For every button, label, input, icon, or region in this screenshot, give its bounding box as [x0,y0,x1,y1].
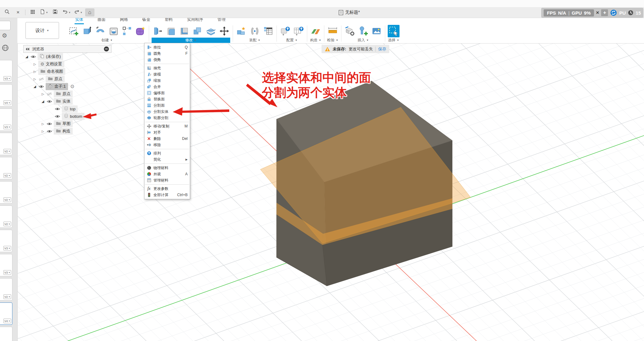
menu-item-移动/复制[interactable]: 移动/复制M [144,123,190,129]
menu-item-分割面[interactable]: 分割面 [144,102,190,108]
tool-extrude-button[interactable] [81,25,93,37]
tool-form-button[interactable]: ★ [135,25,146,37]
menu-item-更改参数[interactable]: fx更改参数 [144,186,190,192]
close-tab-icon[interactable]: × [596,10,599,16]
visibility-eye-icon[interactable] [46,122,53,126]
activate-radio-icon[interactable]: ⊙ [71,84,75,89]
version-dropdown[interactable]: V4▼ [3,319,11,323]
version-card[interactable]: V4▼ [0,302,12,325]
document-tab[interactable]: 无标题* [339,7,360,18]
qat-app-grid-button[interactable] [28,8,37,16]
version-dropdown[interactable]: V2▼ [3,294,11,299]
tree-node-bottom[interactable]: bottom [62,113,84,120]
version-card[interactable]: V3▼ [0,108,12,131]
menu-item-分割实体[interactable]: 分割实体 [144,108,190,115]
menu-item-管理材料[interactable]: 管理材料 [144,177,190,183]
visibility-eye-icon[interactable] [54,114,61,118]
expand-node-icon[interactable]: ▷ [41,122,45,126]
tool-joint-button[interactable] [249,25,261,37]
version-dropdown[interactable]: V2▼ [3,197,11,202]
tool-configuration-button[interactable] [279,25,291,37]
version-card[interactable]: V3▼ [0,230,12,252]
visibility-eye-icon[interactable] [46,129,53,133]
menu-item-拔模[interactable]: 拔模 [144,71,190,77]
visibility-eye-icon[interactable] [30,55,36,59]
tree-node-实体[interactable]: 实体 [54,98,73,105]
tool-insert-image-button[interactable] [371,25,382,37]
tree-node-构造[interactable]: 构造 [54,128,73,135]
expand-node-icon[interactable]: ▷ [33,70,37,73]
tree-node-top[interactable]: top [62,105,78,113]
tree-node-命名视图[interactable]: 命名视图 [38,68,65,75]
version-dropdown[interactable]: V3▼ [3,246,11,251]
menu-item-删除[interactable]: ✕删除Del [144,136,190,142]
design-workspace-button[interactable]: 设计 ▼ [25,22,59,39]
menu-item-合并[interactable]: 合并 [144,84,190,90]
menu-item-替换面[interactable]: 替换面 [144,96,190,102]
tool-shell-button[interactable] [178,25,190,37]
gear-icon[interactable]: ⚙ [2,32,7,39]
menu-item-圆角[interactable]: 圆角F [144,50,190,57]
group-label-修改[interactable]: 修改▼ [152,38,230,43]
menu-item-简化[interactable]: 简化▶ [144,156,190,163]
tool-combine-button[interactable] [192,25,203,37]
tool-pattern-button[interactable] [121,25,133,37]
tool-create-sketch-button[interactable] [68,25,80,37]
menu-item-轮廓分割[interactable]: 轮廓分割 [144,115,190,121]
version-dropdown[interactable]: V3▼ [3,125,11,129]
menu-item-偏移面[interactable]: 偏移面 [144,90,190,96]
tree-node-草图[interactable]: 草图 [54,120,73,127]
collapse-panel-icon[interactable] [26,48,30,51]
version-card[interactable]: V3▼ [0,254,12,276]
tool-insert-derive-button[interactable] [344,25,356,37]
save-link[interactable]: 保存 [378,46,386,52]
expand-node-icon[interactable]: ▷ [41,92,45,96]
job-status-icon[interactable] [610,9,617,16]
minimize-panel-icon[interactable] [104,46,109,52]
expand-node-icon[interactable]: ▷ [33,62,37,66]
qat-close-button[interactable]: × [13,8,23,16]
group-label-装配[interactable]: 装配▼ [235,38,274,43]
collapse-node-icon[interactable]: ◢ [25,55,29,59]
collapse-node-icon[interactable]: ◢ [41,99,45,104]
menu-item-抽壳[interactable]: 抽壳 [144,65,190,71]
visibility-eye-off-icon[interactable] [46,92,53,96]
menu-item-排列[interactable]: 排列 [144,150,190,156]
visibility-eye-icon[interactable] [54,107,61,111]
qat-redo-button[interactable]: ▼ [73,8,84,16]
version-card[interactable]: V2▼ [0,205,12,228]
group-label-构造[interactable]: 构造▼ [310,38,322,43]
globe-eye-icon[interactable] [2,44,9,51]
menu-item-物理材料[interactable]: 物理材料 [144,165,190,171]
new-tab-icon[interactable]: + [601,9,608,16]
tree-node-文档设置[interactable]: ⚙文档设置 [38,61,64,67]
version-card[interactable]: V2▼ [0,157,12,179]
tool-bom-button[interactable] [262,25,274,37]
visibility-eye-icon[interactable] [46,99,53,104]
version-dropdown[interactable]: V4▼ [3,100,11,105]
menu-item-全部计算[interactable]: 全部计算Ctrl+B [144,192,190,198]
version-card[interactable]: V2▼ [0,133,12,155]
visibility-eye-icon[interactable] [38,85,44,89]
group-label-插入[interactable]: 插入▼ [344,38,382,43]
menu-item-对齐[interactable]: 对齐 [144,129,190,136]
visibility-eye-off-icon[interactable] [38,77,44,81]
tool-move-button[interactable] [218,25,230,37]
tool-construction-plane-button[interactable] [310,25,322,37]
group-label-检验[interactable]: 检验▼ [327,38,339,43]
version-card[interactable]: V4▼ [0,84,12,107]
tool-measure-button[interactable] [327,25,339,37]
tree-node-原点[interactable]: 原点 [54,90,73,97]
version-dropdown[interactable]: V2▼ [3,173,11,178]
tool-config-table-button[interactable] [293,25,304,37]
menu-item-缩放[interactable]: 缩放 [144,77,190,84]
version-card[interactable]: V3▼ [0,60,12,82]
version-card[interactable]: V2▼ [0,278,12,301]
data-panel-button[interactable] [0,21,11,30]
version-dropdown[interactable]: V3▼ [3,270,11,275]
menu-item-外观[interactable]: 外观A [144,171,190,177]
tool-fillet-button[interactable] [165,25,177,37]
menu-item-移除[interactable]: 移除 [144,142,190,148]
tree-node-原点[interactable]: 原点 [46,76,65,82]
group-label-创建[interactable]: 创建▼ [68,38,146,43]
